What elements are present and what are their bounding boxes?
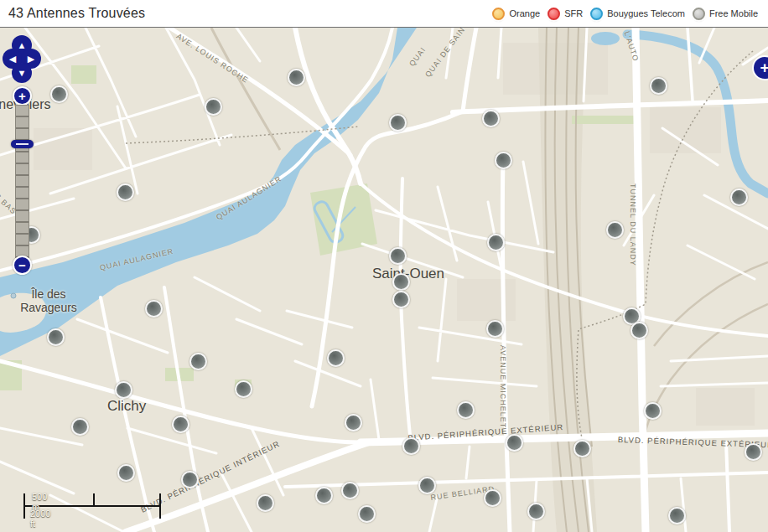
scale-tick: [159, 493, 161, 519]
antenna-marker[interactable]: [47, 328, 65, 346]
zoom-in-button[interactable]: +: [13, 86, 32, 106]
legend-label: SFR: [564, 8, 583, 18]
antenna-marker[interactable]: [506, 434, 523, 452]
antenna-marker[interactable]: [117, 464, 135, 482]
antenna-marker[interactable]: [418, 477, 436, 494]
antenna-marker[interactable]: [457, 401, 475, 419]
antenna-marker[interactable]: [115, 381, 132, 399]
antenna-marker[interactable]: [205, 98, 222, 116]
antenna-marker[interactable]: [573, 440, 591, 457]
zoom-slider-track[interactable]: [15, 105, 29, 258]
street-label: AVENUE MICHELET: [499, 345, 507, 428]
scale-imperial-label: 2000 ft: [30, 509, 50, 529]
legend-item-orange: Orange: [492, 8, 540, 20]
antenna-marker[interactable]: [341, 482, 359, 499]
antenna-marker[interactable]: [71, 418, 89, 436]
city-label-ile-des-ravageurs: Île des Ravageurs: [7, 287, 91, 314]
antenna-marker[interactable]: [482, 110, 500, 127]
antenna-marker[interactable]: [495, 152, 512, 169]
antenna-marker[interactable]: [315, 487, 333, 504]
antenna-marker[interactable]: [486, 320, 504, 338]
street-label: TUNNEL DU LANDY: [629, 183, 637, 266]
legend-item-sfr: SFR: [547, 8, 583, 20]
pan-down-button[interactable]: ▼: [12, 63, 32, 83]
legend-item-bouygues-telecom: Bouygues Telecom: [590, 8, 685, 20]
operator-legend: OrangeSFRBouygues TelecomFree Mobile: [492, 8, 768, 20]
map-canvas[interactable]: Gennevilliers Île des Ravageurs Saint-Ou…: [0, 28, 768, 532]
zoom-slider-handle[interactable]: [11, 140, 34, 148]
antenna-marker[interactable]: [172, 416, 189, 433]
antenna-map-app: 43 Antennes Trouvées OrangeSFRBouygues T…: [0, 0, 768, 532]
antenna-marker[interactable]: [117, 183, 134, 201]
page-title: 43 Antennes Trouvées: [0, 6, 145, 21]
operator-color-icon: [547, 8, 560, 20]
antenna-marker[interactable]: [484, 489, 501, 507]
antenna-marker[interactable]: [487, 234, 505, 251]
antenna-marker[interactable]: [745, 443, 762, 461]
city-label-clichy: Clichy: [107, 398, 146, 415]
ile-label-line1: Île des: [7, 287, 91, 301]
operator-color-icon: [693, 8, 705, 20]
antenna-marker[interactable]: [389, 247, 407, 265]
scale-tick: [93, 493, 95, 507]
antenna-marker[interactable]: [145, 300, 163, 318]
antenna-marker[interactable]: [327, 349, 345, 367]
header-bar: 43 Antennes Trouvées OrangeSFRBouygues T…: [0, 0, 768, 28]
legend-label: Orange: [509, 8, 540, 18]
antenna-marker[interactable]: [392, 273, 410, 291]
antenna-marker[interactable]: [358, 505, 376, 523]
antenna-marker[interactable]: [181, 471, 199, 488]
antenna-marker[interactable]: [650, 77, 667, 95]
legend-label: Free Mobile: [709, 8, 758, 18]
antenna-marker[interactable]: [50, 85, 68, 103]
antenna-marker[interactable]: [527, 503, 545, 520]
antenna-marker[interactable]: [235, 380, 252, 398]
zoom-out-button[interactable]: −: [13, 256, 32, 275]
legend-label: Bouygues Telecom: [607, 8, 685, 18]
antenna-marker[interactable]: [644, 402, 662, 420]
antenna-marker[interactable]: [189, 353, 207, 370]
antenna-marker[interactable]: [288, 69, 305, 86]
antenna-marker[interactable]: [606, 221, 624, 239]
operator-color-icon: [492, 8, 505, 20]
ile-label-line2: Ravageurs: [7, 301, 91, 314]
operator-color-icon: [590, 8, 603, 20]
antenna-marker[interactable]: [389, 114, 407, 132]
antenna-marker[interactable]: [257, 494, 274, 512]
antenna-marker[interactable]: [668, 507, 686, 524]
scale-tick: [23, 493, 25, 519]
antenna-marker[interactable]: [345, 414, 362, 431]
antenna-marker[interactable]: [392, 291, 410, 308]
antenna-marker[interactable]: [402, 437, 420, 455]
legend-item-free-mobile: Free Mobile: [693, 8, 758, 20]
antenna-marker[interactable]: [730, 189, 748, 206]
antenna-marker[interactable]: [630, 322, 648, 339]
